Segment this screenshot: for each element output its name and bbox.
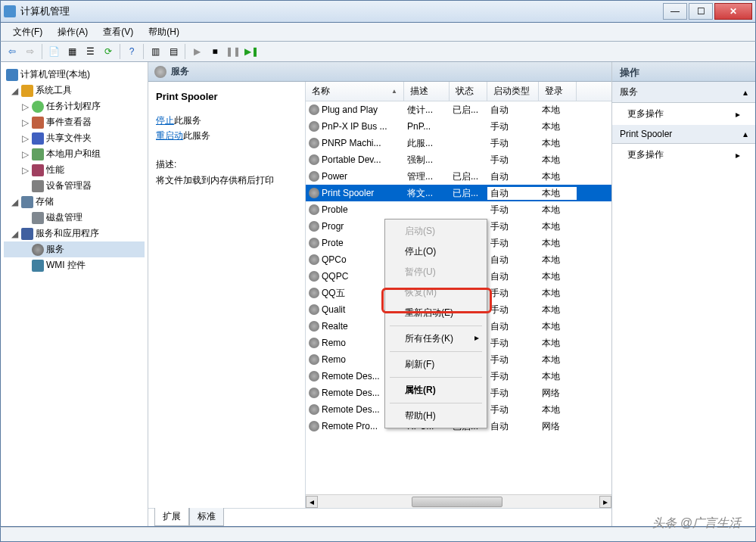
tree-shared-folders[interactable]: ▷共享文件夹: [4, 130, 145, 146]
titlebar: 计算机管理 — ☐ ✕: [0, 0, 756, 23]
col-desc[interactable]: 描述: [404, 82, 450, 101]
menubar: 文件(F) 操作(A) 查看(V) 帮助(H): [0, 23, 756, 41]
gear-icon: [309, 138, 319, 148]
col-logon[interactable]: 登录: [539, 82, 577, 101]
actions-section-services[interactable]: 服务▴: [612, 82, 755, 103]
list-header: 名称▲ 描述 状态 启动类型 登录: [306, 82, 611, 101]
app-icon: [4, 5, 16, 17]
gear-icon: [309, 204, 319, 215]
gear-icon: [309, 271, 319, 282]
ctx-resume: 恢复(M): [387, 282, 485, 303]
ctx-refresh[interactable]: 刷新(F): [387, 354, 485, 375]
menu-view[interactable]: 查看(V): [95, 23, 141, 41]
gear-icon: [309, 321, 319, 332]
middle-pane: 服务 Print Spooler 停止此服务 重启动此服务 描述: 将文件加载到…: [148, 62, 611, 526]
forward-button[interactable]: ⇨: [22, 43, 39, 60]
tree-wmi[interactable]: WMI 控件: [4, 257, 145, 273]
service-row[interactable]: Proble手动本地: [306, 201, 611, 218]
toolbar: ⇦ ⇨ 📄 ▦ ☰ ⟳ ? ▥ ▤ ▶ ■ ❚❚ ▶❚: [0, 41, 756, 62]
ctx-properties[interactable]: 属性(R): [387, 380, 485, 400]
tree-root[interactable]: 计算机管理(本地): [4, 67, 145, 83]
gear-icon: [154, 66, 166, 78]
refresh-button[interactable]: ⟳: [100, 43, 117, 60]
svc-pause-button[interactable]: ❚❚: [225, 43, 241, 60]
window-title: 计算机管理: [20, 5, 661, 18]
tb-btn-a[interactable]: ▥: [147, 43, 163, 60]
window-controls: — ☐ ✕: [661, 3, 752, 20]
col-name[interactable]: 名称▲: [306, 82, 404, 101]
ctx-pause: 暂停(U): [387, 262, 485, 282]
service-row[interactable]: Power管理...已启...自动本地: [306, 168, 611, 185]
ctx-help[interactable]: 帮助(H): [387, 406, 485, 426]
minimize-button[interactable]: —: [663, 3, 687, 20]
h-scrollbar[interactable]: ◂ ▸: [306, 494, 611, 508]
gear-icon: [309, 171, 319, 182]
scroll-left-icon[interactable]: ◂: [306, 496, 318, 508]
col-status[interactable]: 状态: [450, 82, 487, 101]
service-row[interactable]: Portable Dev...强制...手动本地: [306, 151, 611, 168]
help-button[interactable]: ?: [123, 43, 140, 60]
close-button[interactable]: ✕: [714, 3, 752, 20]
gear-icon: [309, 121, 319, 132]
back-button[interactable]: ⇦: [4, 43, 20, 60]
desc-text: 将文件加载到内存供稍后打印: [156, 174, 297, 187]
menu-help[interactable]: 帮助(H): [141, 23, 187, 41]
middle-header: 服务: [148, 62, 611, 82]
gear-icon: [309, 304, 319, 315]
gear-icon: [309, 221, 319, 232]
service-row[interactable]: PNRP Machi...此服...手动本地: [306, 135, 611, 151]
menu-action[interactable]: 操作(A): [50, 23, 95, 41]
tab-standard[interactable]: 标准: [189, 508, 224, 526]
ctx-restart[interactable]: 重新启动(E): [387, 303, 485, 323]
ctx-stop[interactable]: 停止(O): [387, 241, 485, 262]
gear-icon: [309, 404, 319, 415]
tree-performance[interactable]: ▷性能: [4, 162, 145, 178]
gear-icon: [309, 188, 319, 198]
menu-file[interactable]: 文件(F): [5, 23, 50, 41]
actions-more-1[interactable]: 更多操作▸: [612, 103, 755, 125]
tree-storage[interactable]: ◢存储: [4, 194, 145, 210]
tree-system-tools[interactable]: ◢系统工具: [4, 83, 145, 98]
scroll-right-icon[interactable]: ▸: [599, 496, 611, 508]
tree-task-scheduler[interactable]: ▷任务计划程序: [4, 98, 145, 114]
ctx-all-tasks[interactable]: 所有任务(K)▸: [387, 329, 485, 349]
gear-icon: [309, 421, 319, 431]
tree-services-apps[interactable]: ◢服务和应用程序: [4, 226, 145, 241]
context-menu: 启动(S) 停止(O) 暂停(U) 恢复(M) 重新启动(E) 所有任务(K)▸…: [384, 219, 487, 428]
tree-device-manager[interactable]: 设备管理器: [4, 178, 145, 194]
main-area: 计算机管理(本地) ◢系统工具 ▷任务计划程序 ▷事件查看器 ▷共享文件夹 ▷本…: [0, 62, 756, 527]
ctx-start: 启动(S): [387, 221, 485, 241]
tab-extended[interactable]: 扩展: [154, 508, 189, 526]
tree-disk-management[interactable]: 磁盘管理: [4, 210, 145, 226]
col-startup[interactable]: 启动类型: [487, 82, 539, 101]
restart-link[interactable]: 重启动: [156, 130, 183, 141]
tb-btn-b[interactable]: ▤: [165, 43, 182, 60]
desc-label: 描述:: [156, 158, 297, 171]
service-row[interactable]: Plug and Play使计...已启...自动本地: [306, 101, 611, 118]
actions-section-selected[interactable]: Print Spooler▴: [612, 125, 755, 144]
svc-restart-button[interactable]: ▶❚: [243, 43, 260, 60]
tree-event-viewer[interactable]: ▷事件查看器: [4, 114, 145, 130]
service-row[interactable]: PnP-X IP Bus ...PnP...手动本地: [306, 118, 611, 135]
gear-icon: [309, 388, 319, 398]
maximize-button[interactable]: ☐: [689, 3, 713, 20]
tree-services[interactable]: 服务: [4, 241, 145, 257]
stop-link[interactable]: 停止: [156, 115, 174, 126]
actions-more-2[interactable]: 更多操作▸: [612, 144, 755, 166]
props-button[interactable]: ▦: [64, 43, 80, 60]
scroll-thumb[interactable]: [412, 497, 502, 507]
tree-pane: 计算机管理(本地) ◢系统工具 ▷任务计划程序 ▷事件查看器 ▷共享文件夹 ▷本…: [1, 62, 148, 526]
gear-icon: [309, 338, 319, 348]
gear-icon: [309, 288, 319, 298]
gear-icon: [309, 354, 319, 365]
detail-service-name: Print Spooler: [156, 91, 297, 102]
svc-stop-button[interactable]: ■: [207, 43, 223, 60]
svc-start-button[interactable]: ▶: [188, 43, 205, 60]
detail-pane: Print Spooler 停止此服务 重启动此服务 描述: 将文件加载到内存供…: [148, 82, 306, 508]
service-row[interactable]: Print Spooler将文...已启...自动本地: [306, 185, 611, 201]
gear-icon: [309, 154, 319, 165]
up-button[interactable]: 📄: [45, 43, 62, 60]
tree-local-users[interactable]: ▷本地用户和组: [4, 146, 145, 162]
export-button[interactable]: ☰: [82, 43, 98, 60]
actions-pane: 操作 服务▴ 更多操作▸ Print Spooler▴ 更多操作▸: [611, 62, 755, 526]
